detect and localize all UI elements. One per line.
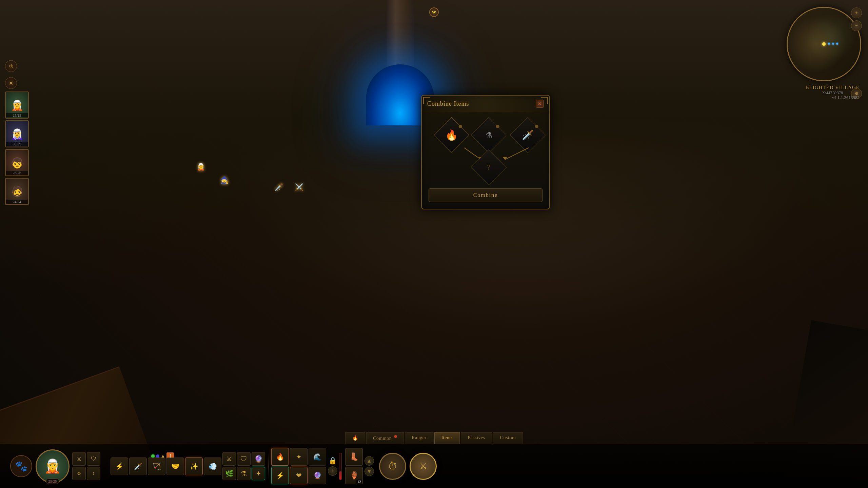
spell-s2[interactable]: 🛡 bbox=[237, 452, 251, 466]
craft-slot-1[interactable]: 🔥 bbox=[433, 117, 469, 153]
craft-slot-2[interactable]: ⚗ bbox=[471, 117, 507, 153]
compass: W bbox=[429, 7, 439, 17]
minimap-zoom-in[interactable]: + bbox=[851, 7, 862, 18]
add-slot-button[interactable]: + bbox=[328, 466, 337, 476]
action-row-right-2: ⚡ ❤ 🔮 bbox=[271, 467, 326, 484]
action-shield[interactable]: 🛡 bbox=[87, 452, 100, 466]
action-row-right-1: 🔥 ✦ 🌊 bbox=[271, 448, 326, 466]
action-bar-right-section: 🔥 ✦ 🌊 ⚡ ❤ 🔮 bbox=[271, 448, 326, 484]
spell-r5[interactable]: ❤ bbox=[290, 467, 308, 484]
spell-2[interactable]: 🗡️ bbox=[129, 458, 147, 475]
portrait-3[interactable]: 👦 26/26 bbox=[5, 149, 29, 176]
spell-s1[interactable]: ⚔ bbox=[222, 452, 236, 466]
main-action-bar: ▲ I ⚡ 🗡️ 🏹 🤝 ✨ 💨 bbox=[104, 458, 221, 475]
game-background: 🧝 🧙 🗡️ ⚔️ bbox=[0, 0, 868, 488]
portrait-4[interactable]: 🧔 24/24 bbox=[5, 178, 29, 205]
common-badge bbox=[394, 435, 397, 438]
hud-separator bbox=[268, 453, 269, 480]
tab-ranger[interactable]: Ranger bbox=[405, 432, 433, 444]
portrait-1-hp: 25/25 bbox=[6, 113, 28, 117]
craft-slot-result[interactable]: ? bbox=[471, 149, 507, 185]
action-row-2: 🌿 ⚗ ✦ bbox=[222, 467, 265, 480]
hp-bar-fill bbox=[339, 471, 341, 479]
spell-s3[interactable]: 🔮 bbox=[252, 452, 265, 466]
scroll-up[interactable]: ▲ bbox=[364, 456, 374, 466]
spell-3[interactable]: 🏹 bbox=[148, 458, 165, 475]
spell-r3[interactable]: 🌊 bbox=[309, 448, 326, 466]
action-row-1: ⚔ 🛡 🔮 bbox=[222, 452, 265, 466]
location-name: BLIGHTED VILLAGE bbox=[806, 85, 860, 90]
main-portrait-hp: 25/25 bbox=[46, 479, 59, 484]
small-action-buttons-2: 🛡 ↕ bbox=[87, 452, 100, 480]
consumable-slot-wrapper: 🏺 12 bbox=[345, 467, 363, 484]
equipment-slots: 👢 🏺 12 bbox=[345, 448, 363, 484]
portrait-4-hp: 24/24 bbox=[6, 200, 28, 204]
spell-s6[interactable]: ✦ bbox=[252, 467, 265, 480]
spell-5[interactable]: ✨ bbox=[185, 458, 203, 475]
tab-items[interactable]: Items bbox=[434, 432, 460, 444]
portrait-2[interactable]: 🧝‍♀️ 39/39 bbox=[5, 120, 29, 147]
party-figure-3: 🗡️ bbox=[275, 183, 283, 191]
tab-custom[interactable]: Custom bbox=[493, 432, 523, 444]
combine-button[interactable]: Combine bbox=[429, 188, 542, 202]
location-label: BLIGHTED VILLAGE X:447 Y:378 bbox=[806, 85, 860, 96]
action-swap[interactable]: ↕ bbox=[87, 467, 100, 480]
slot-result-item: ? bbox=[476, 155, 501, 180]
portrait-2-hp: 39/39 bbox=[6, 142, 28, 146]
hp-bar bbox=[339, 453, 342, 480]
end-turn-button[interactable]: ⏱ bbox=[379, 453, 406, 480]
action-down[interactable]: ⚙ bbox=[72, 467, 86, 480]
tab-common[interactable]: Common bbox=[366, 432, 404, 444]
scroll-area: ▲ ▼ bbox=[364, 456, 374, 476]
party-portraits: 🧝 25/25 🧝‍♀️ 39/39 👦 26/26 🧔 24/24 bbox=[5, 92, 29, 205]
dialog-content: 🔥 ⚗ 🗡️ bbox=[422, 112, 549, 209]
bottom-tabs: 🔥 Common Ranger Items Passives Custom bbox=[345, 432, 523, 444]
bottom-hud: 🐾 🧝 25/25 ⚔ ⚙ 🛡 ↕ ▲ I ⚡ 🗡️ 🏹 🤝 ✨ 💨 ⚔ bbox=[0, 444, 868, 488]
spell-r6[interactable]: 🔮 bbox=[309, 467, 326, 484]
tab-passives[interactable]: Passives bbox=[460, 432, 492, 444]
svg-marker-3 bbox=[502, 157, 507, 160]
spell-s5[interactable]: ⚗ bbox=[237, 467, 251, 480]
minimap-markers bbox=[828, 40, 839, 46]
action-bar-main: ⚡ 🗡️ 🏹 🤝 ✨ 💨 bbox=[111, 458, 221, 475]
lock-area: 🔒 + bbox=[328, 456, 337, 476]
action-bar-sub: ⚔ 🛡 🔮 🌿 ⚗ ✦ bbox=[222, 452, 265, 480]
corner-tr bbox=[541, 97, 548, 104]
paw-icon[interactable]: 🐾 bbox=[10, 455, 32, 477]
lock-icon[interactable]: 🔒 bbox=[329, 456, 337, 465]
boot-slot[interactable]: 👢 bbox=[345, 448, 363, 466]
spell-6[interactable]: 💨 bbox=[204, 458, 221, 475]
action-up[interactable]: ⚔ bbox=[72, 452, 86, 466]
combine-dialog: Combine Items ✕ 🔥 ⚗ 🗡️ bbox=[421, 95, 550, 209]
spell-1[interactable]: ⚡ bbox=[111, 458, 128, 475]
left-icon-x[interactable]: ✕ bbox=[5, 77, 17, 89]
slot-1-item: 🔥 bbox=[439, 123, 464, 147]
crafting-area: 🔥 ⚗ 🗡️ bbox=[429, 119, 542, 183]
item-count-badge: 12 bbox=[356, 480, 362, 484]
party-figure-1: 🧝 bbox=[197, 163, 205, 171]
spell-s4[interactable]: 🌿 bbox=[222, 467, 236, 480]
marker-3 bbox=[836, 43, 838, 45]
main-portrait[interactable]: 🧝 25/25 bbox=[36, 449, 70, 483]
spell-r2[interactable]: ✦ bbox=[290, 448, 308, 466]
scroll-down[interactable]: ▼ bbox=[364, 467, 374, 476]
dialog-title: Combine Items bbox=[427, 100, 469, 107]
small-action-buttons: ⚔ ⚙ bbox=[72, 452, 86, 480]
spell-r1[interactable]: 🔥 bbox=[271, 448, 289, 466]
spell-4[interactable]: 🤝 bbox=[166, 458, 184, 475]
party-figure-4: ⚔️ bbox=[295, 183, 303, 191]
spell-r4[interactable]: ⚡ bbox=[271, 467, 289, 484]
minimap-zoom-out[interactable]: − bbox=[851, 20, 862, 31]
minimap[interactable] bbox=[787, 7, 861, 81]
slot-2-item: ⚗ bbox=[476, 123, 501, 147]
initiative-button[interactable]: ⚔ bbox=[410, 453, 437, 480]
marker-1 bbox=[828, 43, 830, 45]
left-sidebar-icons: ♔ ✕ bbox=[5, 60, 17, 89]
left-icon-crown[interactable]: ♔ bbox=[5, 60, 17, 72]
party-figure-2: 🧙 bbox=[220, 176, 229, 184]
craft-slot-3[interactable]: 🗡️ bbox=[510, 117, 546, 153]
tab-flame[interactable]: 🔥 bbox=[345, 432, 366, 444]
portrait-1[interactable]: 🧝 25/25 bbox=[5, 92, 29, 119]
marker-2 bbox=[832, 43, 834, 45]
minimap-player bbox=[822, 42, 826, 46]
